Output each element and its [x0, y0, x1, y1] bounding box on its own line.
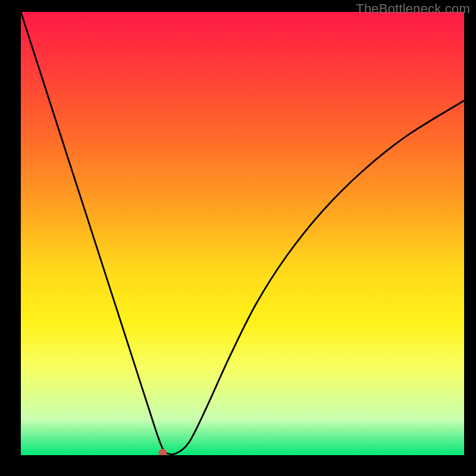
watermark-text: TheBottleneck.com: [356, 1, 470, 17]
gradient-background: [21, 12, 464, 455]
chart-frame: TheBottleneck.com: [0, 0, 476, 476]
